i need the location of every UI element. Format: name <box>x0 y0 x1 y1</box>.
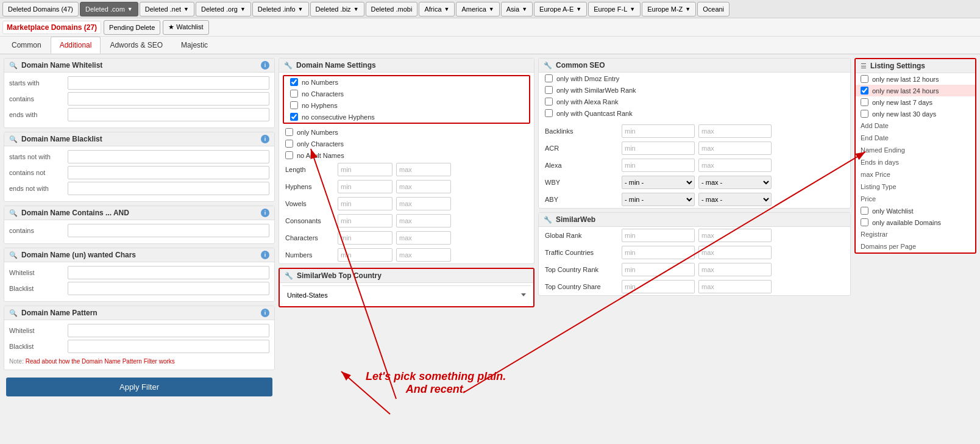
whitelist-info-icon[interactable]: i <box>261 61 269 70</box>
length-min-input[interactable] <box>338 163 392 176</box>
acr-max-input[interactable] <box>698 141 772 155</box>
aby-max-select[interactable]: - max - <box>698 193 772 206</box>
oceani-btn[interactable]: Oceani <box>697 2 730 16</box>
similarweb-country-box: 🔧 SimilarWeb Top Country United-States U… <box>279 268 534 307</box>
contains-and-row: contains <box>9 224 269 237</box>
backlinks-label: Backlinks <box>545 127 618 135</box>
top-country-share-max-input[interactable] <box>698 280 772 293</box>
unwanted-whitelist-input[interactable] <box>68 266 269 279</box>
pending-delete-btn[interactable]: Pending Delete <box>104 20 160 35</box>
wby-max-select[interactable]: - max - <box>698 176 772 189</box>
numbers-min-input[interactable] <box>338 248 392 262</box>
europe-ae-btn[interactable]: Europe A-E ▼ <box>534 2 587 16</box>
pattern-note-link[interactable]: Read about how the Domain Name Pattern F… <box>26 358 175 365</box>
wby-min-select[interactable]: - min - <box>622 176 695 189</box>
pattern-body: Whitelist Blacklist Note: Read about how… <box>4 320 274 370</box>
pattern-blacklist-input[interactable] <box>68 340 269 353</box>
deleted-org-btn[interactable]: Deleted .org ▼ <box>196 2 251 16</box>
backlinks-max-input[interactable] <box>698 124 772 138</box>
vowels-min-input[interactable] <box>338 197 392 210</box>
similarweb-rank-checkbox[interactable] <box>545 86 553 94</box>
no-numbers-checkbox[interactable] <box>290 78 298 86</box>
characters-max-input[interactable] <box>396 231 451 245</box>
asia-btn[interactable]: Asia ▼ <box>501 2 533 16</box>
deleted-biz-btn[interactable]: Deleted .biz ▼ <box>310 2 364 16</box>
only-numbers-label: only Numbers <box>297 129 338 136</box>
contains-input[interactable] <box>68 92 269 106</box>
unwanted-blacklist-input[interactable] <box>68 282 269 295</box>
watchlist-btn[interactable]: ★ Watchlist <box>163 20 208 35</box>
top-country-rank-min-input[interactable] <box>622 263 695 276</box>
named-ending-row: Named Ending <box>856 144 975 156</box>
quantcast-checkbox[interactable] <box>545 109 553 117</box>
contains-not-row: contains not <box>9 166 269 179</box>
hyphens-min-input[interactable] <box>338 180 392 193</box>
consonants-min-input[interactable] <box>338 214 392 227</box>
tab-majestic[interactable]: Majestic <box>172 37 217 54</box>
no-characters-checkbox[interactable] <box>290 90 298 98</box>
unwanted-header: 🔍 Domain Name (un) wanted Chars i <box>4 248 274 262</box>
listing-settings-title: Listing Settings <box>870 62 970 70</box>
deleted-net-btn[interactable]: Deleted .net ▼ <box>140 2 194 16</box>
new-last-30d-checkbox[interactable] <box>861 110 868 118</box>
america-btn[interactable]: America ▼ <box>456 2 499 16</box>
characters-min-input[interactable] <box>338 231 392 245</box>
length-max-input[interactable] <box>396 163 451 176</box>
alexa-min-input[interactable] <box>622 159 695 172</box>
deleted-domains-btn[interactable]: Deleted Domains (47) <box>2 2 79 16</box>
whitelist-title: Domain Name Whitelist <box>21 61 257 70</box>
no-consecutive-hyphens-checkbox[interactable] <box>290 113 298 121</box>
ends-with-input[interactable] <box>68 108 269 121</box>
tab-adwords[interactable]: Adwords & SEO <box>101 37 172 54</box>
numbers-max-input[interactable] <box>396 248 451 262</box>
quantcast-row: only with Quantcast Rank <box>539 107 850 119</box>
traffic-countries-max-input[interactable] <box>698 246 772 259</box>
vowels-max-input[interactable] <box>396 197 451 210</box>
deleted-com-btn[interactable]: Deleted .com ▼ <box>80 2 138 16</box>
contains-and-info-icon[interactable]: i <box>261 209 269 217</box>
no-adult-names-checkbox[interactable] <box>285 151 293 159</box>
tab-common[interactable]: Common <box>2 37 51 54</box>
only-watchlist-checkbox[interactable] <box>861 207 868 215</box>
alexa-rank-checkbox[interactable] <box>545 98 553 106</box>
aby-min-select[interactable]: - min - <box>622 193 695 206</box>
contains-and-input[interactable] <box>68 224 269 237</box>
new-last-7d-checkbox[interactable] <box>861 98 868 106</box>
top-country-rank-max-input[interactable] <box>698 263 772 276</box>
europe-fl-btn[interactable]: Europe F-L ▼ <box>588 2 641 16</box>
only-numbers-checkbox[interactable] <box>285 128 293 136</box>
hyphens-max-input[interactable] <box>396 180 451 193</box>
aby-row: ABY - min - - max - <box>539 191 850 208</box>
starts-with-input[interactable] <box>68 76 269 90</box>
consonants-max-input[interactable] <box>396 214 451 227</box>
blacklist-info-icon[interactable]: i <box>261 135 269 143</box>
contains-not-input[interactable] <box>68 166 269 179</box>
no-hyphens-checkbox[interactable] <box>290 101 298 109</box>
europe-mz-btn[interactable]: Europe M-Z ▼ <box>642 2 696 16</box>
global-rank-max-input[interactable] <box>698 229 772 242</box>
ends-not-input[interactable] <box>68 182 269 195</box>
deleted-info-btn[interactable]: Deleted .info ▼ <box>252 2 309 16</box>
traffic-countries-min-input[interactable] <box>622 246 695 259</box>
dmoz-checkbox[interactable] <box>545 74 553 82</box>
new-last-12h-checkbox[interactable] <box>861 75 868 83</box>
apply-filter-button[interactable]: Apply Filter <box>6 378 272 396</box>
top-country-share-min-input[interactable] <box>622 280 695 293</box>
new-last-24h-checkbox[interactable] <box>861 87 868 95</box>
africa-btn[interactable]: Africa ▼ <box>419 2 455 16</box>
ends-not-with-row: ends not with <box>9 182 269 195</box>
acr-min-input[interactable] <box>622 141 695 155</box>
tab-additional[interactable]: Additional <box>51 37 101 54</box>
only-available-checkbox[interactable] <box>861 218 868 226</box>
only-characters-checkbox[interactable] <box>285 140 293 148</box>
alexa-max-input[interactable] <box>698 159 772 172</box>
global-rank-min-input[interactable] <box>622 229 695 242</box>
backlinks-min-input[interactable] <box>622 124 695 138</box>
pattern-info-icon[interactable]: i <box>261 309 269 317</box>
starts-not-input[interactable] <box>68 150 269 163</box>
unwanted-info-icon[interactable]: i <box>261 251 269 259</box>
marketplace-domains-link[interactable]: Marketplace Domains (27) <box>2 21 101 34</box>
country-select[interactable]: United-States United-Kingdom Germany Fra… <box>282 285 531 304</box>
pattern-whitelist-input[interactable] <box>68 324 269 337</box>
deleted-mobi-btn[interactable]: Deleted .mobi <box>366 2 418 16</box>
